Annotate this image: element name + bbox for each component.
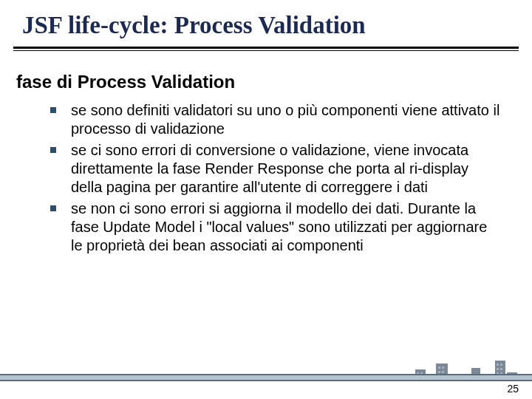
section-heading: fase di Process Validation <box>0 51 532 97</box>
svg-rect-25 <box>500 368 502 370</box>
bullet-item: se non ci sono errori si aggiorna il mod… <box>50 200 502 255</box>
bullet-list: se sono definiti validatori su uno o più… <box>50 101 502 255</box>
svg-rect-18 <box>438 371 440 373</box>
slide-title: JSF life-cycle: Process Validation <box>0 0 532 47</box>
bullet-item: se ci sono errori di conversione o valid… <box>50 141 502 197</box>
svg-rect-16 <box>438 366 440 369</box>
bullet-item: se sono definiti validatori su uno o più… <box>50 101 502 138</box>
svg-rect-24 <box>497 368 499 370</box>
page-number: 25 <box>507 383 519 395</box>
slide: JSF life-cycle: Process Validation fase … <box>0 0 532 399</box>
bottom-border <box>0 380 532 399</box>
svg-rect-19 <box>442 371 444 373</box>
svg-rect-22 <box>497 364 499 366</box>
svg-rect-23 <box>500 364 502 366</box>
svg-rect-17 <box>442 366 444 369</box>
